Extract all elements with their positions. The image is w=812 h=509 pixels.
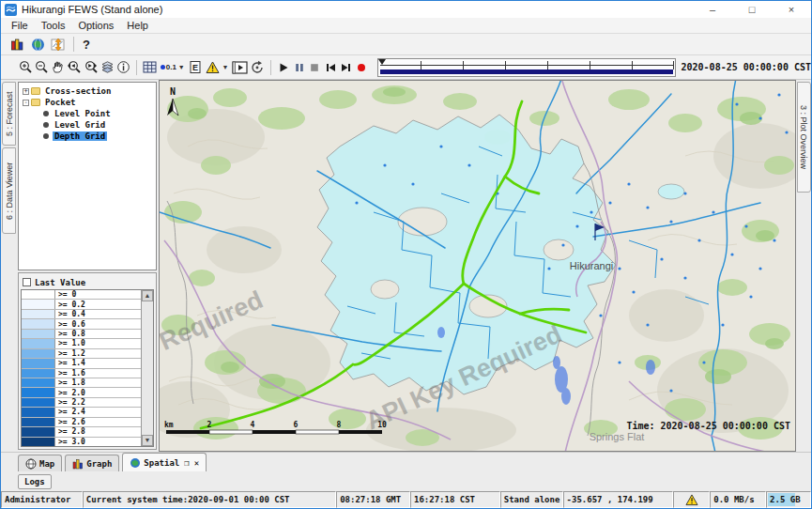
tab-close-icon[interactable]: ✕ — [194, 458, 199, 468]
legend-row[interactable]: >= 2.6 — [22, 418, 141, 427]
tab-restore-icon[interactable]: ❒ — [184, 458, 189, 468]
map-display-button[interactable] — [27, 35, 48, 54]
map-canvas[interactable]: Hikurangi Springs Flat API Key Required … — [160, 81, 796, 452]
timeline-tick — [673, 61, 674, 69]
menu-options[interactable]: Options — [71, 19, 120, 32]
spatial-chart-icon — [51, 38, 66, 52]
main-toolbar: ? — [1, 34, 811, 55]
legend-header: Last Value — [21, 275, 154, 289]
spatial-display-button[interactable] — [48, 35, 69, 54]
tree-item-pocket[interactable]: - Pocket — [19, 97, 156, 108]
step-forward-button[interactable] — [338, 58, 354, 77]
tab-label: Map — [39, 459, 54, 469]
color-swatch — [22, 310, 55, 318]
step-backward-button[interactable] — [323, 58, 339, 77]
info-button[interactable] — [115, 58, 131, 77]
close-icon[interactable]: × — [772, 1, 811, 18]
scroll-up-icon[interactable]: ▲ — [142, 290, 153, 301]
view-tab-bar: Map Graph Spatial ❒ ✕ — [1, 452, 811, 471]
tab-map[interactable]: Map — [18, 455, 62, 471]
legend-row[interactable]: >= 0.6 — [22, 319, 141, 329]
pause-button[interactable] — [292, 58, 308, 77]
tree-item-level-point[interactable]: Level Point — [19, 108, 156, 119]
color-swatch — [22, 438, 55, 446]
expand-icon[interactable]: + — [23, 88, 29, 95]
grid-display-button[interactable] — [142, 58, 158, 77]
status-transfer-rate: 0.0 MB/s — [710, 491, 766, 508]
legend-row[interactable]: >= 0.4 — [22, 310, 141, 319]
area-label: Springs Flat — [590, 431, 645, 442]
record-button[interactable] — [354, 58, 370, 77]
collapse-icon[interactable]: - — [23, 100, 29, 106]
map-time-label: Time: 2020-08-25 00:00:00 CST — [626, 421, 790, 431]
legend-row[interactable]: >= 1.8 — [22, 378, 141, 388]
timeline-tick — [505, 61, 506, 69]
legend-row[interactable]: >= 0.8 — [22, 330, 141, 339]
tree-item-depth-grid[interactable]: Depth Grid — [19, 131, 156, 142]
warning-thresholds-dropdown[interactable]: ▼ — [203, 58, 231, 77]
legend-row[interactable]: >= 1.6 — [22, 369, 141, 378]
menu-tools[interactable]: Tools — [35, 19, 72, 32]
color-swatch — [22, 349, 55, 358]
layer-dot-icon — [43, 122, 49, 128]
legend-row[interactable]: >= 0.2 — [22, 300, 141, 309]
menu-help[interactable]: Help — [120, 19, 155, 32]
tab-data-viewer[interactable]: 6 : Data Viewer — [2, 147, 16, 234]
legend-row[interactable]: >= 0 — [22, 290, 141, 300]
scroll-down-icon[interactable]: ▼ — [142, 435, 153, 446]
zoom-previous-button[interactable] — [66, 58, 83, 77]
status-warning-cell[interactable] — [673, 491, 710, 508]
tree-item-label: Level Point — [53, 109, 113, 118]
memory-value: 2.5 GB — [770, 495, 801, 504]
color-swatch — [22, 369, 55, 378]
legend-row[interactable]: >= 2.8 — [22, 427, 141, 437]
legend-row-label: >= 1.8 — [55, 378, 85, 387]
scale-tick: 4 — [251, 421, 255, 429]
tree-item-label: Level Grid — [53, 120, 107, 130]
stop-button[interactable] — [307, 58, 323, 77]
folder-icon — [31, 87, 40, 95]
layers-button[interactable] — [100, 58, 115, 77]
legend-row[interactable]: >= 1.0 — [22, 339, 141, 348]
legend-row[interactable]: >= 2.2 — [22, 398, 141, 408]
status-user: Administrator — [1, 491, 83, 508]
contour-interval-dropdown[interactable]: 0.1 ▼ — [158, 58, 188, 77]
toolbar-separator — [270, 60, 271, 75]
menu-file[interactable]: File — [5, 19, 35, 32]
legend-scrollbar[interactable]: ▲ ▼ — [141, 290, 153, 446]
zoom-next-button[interactable] — [83, 58, 100, 77]
timeline-tick — [632, 61, 633, 69]
legend-row[interactable]: >= 1.4 — [22, 359, 141, 368]
toolbar-separator — [73, 37, 74, 52]
tab-forecast[interactable]: 5 : Forecast — [2, 82, 16, 146]
legend-row-label: >= 1.4 — [55, 359, 85, 367]
tab-plot-overview[interactable]: 3 : Plot Overview — [797, 82, 811, 193]
logs-button[interactable]: Logs — [18, 474, 52, 489]
play-button[interactable] — [276, 58, 292, 77]
tab-spatial[interactable]: Spatial ❒ ✕ — [122, 453, 207, 471]
animation-settings-button[interactable] — [249, 58, 266, 77]
tree-item-cross-section[interactable]: + Cross-section — [19, 85, 156, 97]
zoom-out-button[interactable] — [34, 58, 50, 77]
legend-editor-button[interactable]: E — [188, 58, 204, 77]
tab-graph[interactable]: Graph — [65, 455, 119, 471]
color-swatch — [22, 339, 55, 347]
help-button[interactable]: ? — [79, 38, 94, 52]
legend-row[interactable]: >= 1.2 — [22, 349, 141, 359]
pan-hand-button[interactable] — [50, 58, 66, 77]
legend-row[interactable]: >= 3.0 — [22, 438, 141, 446]
timeline-slider[interactable] — [377, 58, 676, 77]
zoom-in-button[interactable] — [18, 58, 34, 77]
tree-item-level-grid[interactable]: Level Grid — [19, 119, 156, 131]
movie-export-button[interactable] — [231, 58, 249, 77]
status-system-time: Current system time:2020-09-01 00:00 CST — [83, 491, 336, 508]
legend-row[interactable]: >= 2.4 — [22, 408, 141, 417]
timeline-tick — [590, 61, 590, 69]
color-swatch — [22, 378, 55, 387]
maximize-icon[interactable]: □ — [732, 1, 772, 18]
legend-row[interactable]: >= 2.0 — [22, 388, 141, 397]
minimize-icon[interactable]: – — [693, 1, 732, 18]
last-value-checkbox[interactable] — [23, 278, 31, 286]
right-tab-strip: 3 : Plot Overview — [796, 80, 811, 452]
forecast-manager-button[interactable] — [7, 35, 27, 54]
